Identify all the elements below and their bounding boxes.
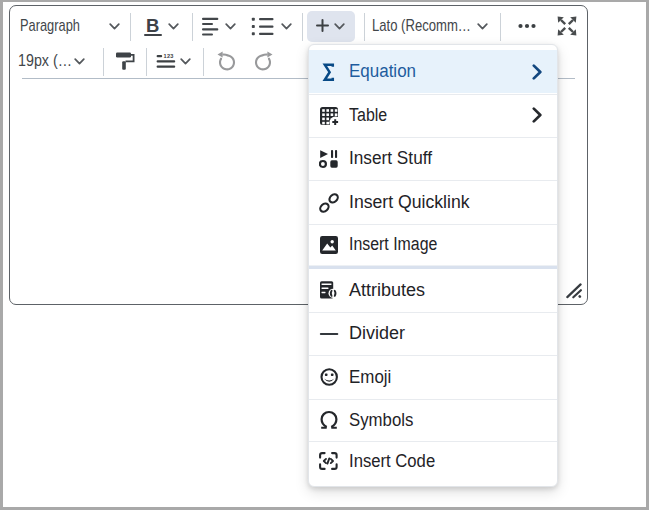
svg-text:123: 123 — [164, 53, 174, 59]
